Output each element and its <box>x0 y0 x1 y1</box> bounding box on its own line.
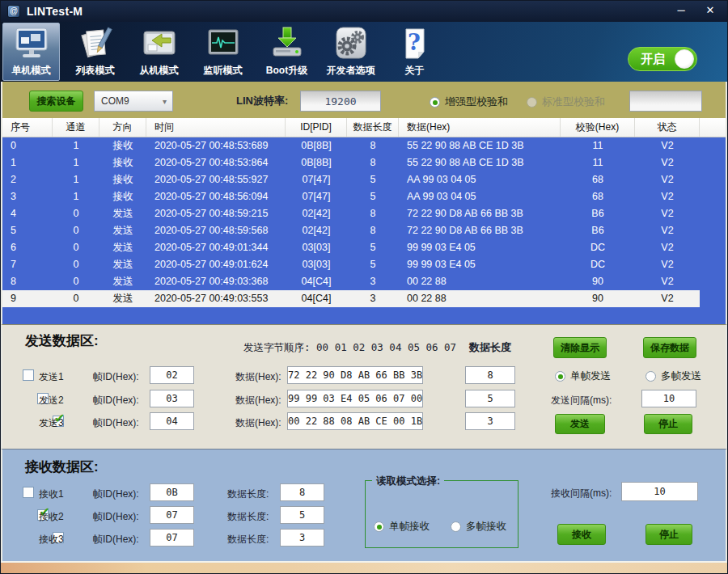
toolbar-item-listen-mode[interactable]: 监听模式 <box>194 23 252 81</box>
send1-length-input[interactable] <box>465 366 515 384</box>
toolbar-item-label: 从机模式 <box>140 64 179 78</box>
cell-id-pid: 03[03] <box>286 239 347 256</box>
enhanced-checksum-radio[interactable]: 增强型校验和 <box>430 95 508 109</box>
receive1-checkbox[interactable] <box>23 487 34 498</box>
receive-interval-input[interactable] <box>621 482 698 501</box>
app-icon: @ <box>7 5 20 18</box>
receive3-label: 接收3 <box>39 533 64 547</box>
toolbar-item-about[interactable]: ? 关于 <box>386 23 443 81</box>
cell-channel: 0 <box>53 239 99 256</box>
cell-checksum: 90 <box>561 273 635 290</box>
send3-data-input[interactable] <box>287 412 423 430</box>
cell-data-hex: AA 99 03 04 05 <box>399 188 561 205</box>
cell-time: 2020-05-27 00:49:01:624 <box>146 256 286 273</box>
table-row[interactable]: 7 0 发送 2020-05-27 00:49:01:624 03[03] 5 … <box>2 256 700 273</box>
cell-status: V2 <box>635 154 700 171</box>
gears-icon <box>333 27 369 61</box>
toolbar-item-label: Boot升级 <box>266 64 307 78</box>
toolbar-item-list-mode[interactable]: 列表模式 <box>66 23 124 81</box>
send2-data-input[interactable] <box>287 390 423 407</box>
cell-time: 2020-05-27 00:49:03:368 <box>146 273 286 290</box>
toolbar-item-label: 单机模式 <box>12 64 51 78</box>
cell-status: V2 <box>635 188 700 205</box>
send-stop-button[interactable]: 停止 <box>644 414 692 434</box>
data-hex-label: 数据(Hex): <box>235 416 281 430</box>
search-device-button[interactable]: 搜索设备 <box>29 91 83 112</box>
toolbar-item-boot-upgrade[interactable]: Boot升级 <box>258 23 315 81</box>
col-header-index: 序号 <box>2 118 53 137</box>
send-interval-input[interactable] <box>641 390 696 407</box>
send2-length-input[interactable] <box>465 390 515 407</box>
send-interval-label: 发送间隔(ms): <box>551 394 612 407</box>
multi-frame-send-radio[interactable]: 多帧发送 <box>645 369 701 383</box>
table-row[interactable]: 8 0 发送 2020-05-27 00:49:03:368 04[C4] 3 … <box>2 273 700 290</box>
send1-data-input[interactable] <box>287 366 423 384</box>
table-row[interactable]: 2 1 接收 2020-05-27 00:48:55:927 07[47] 5 … <box>2 171 700 188</box>
frame-id-label: 帧ID(Hex): <box>93 533 139 547</box>
toolbar-item-slave-mode[interactable]: 从机模式 <box>130 23 188 81</box>
send1-frame-id-input[interactable] <box>150 366 194 384</box>
cell-index: 7 <box>2 256 53 273</box>
aux-input[interactable] <box>629 91 702 112</box>
clear-display-button[interactable]: 清除显示 <box>553 337 607 358</box>
frame-id-label: 帧ID(Hex): <box>93 510 139 524</box>
send3-frame-id-input[interactable] <box>150 412 194 430</box>
frame-id-label: 帧ID(Hex): <box>93 370 139 384</box>
receive2-frame-id-input[interactable] <box>150 506 194 524</box>
com-port-select[interactable]: COM9 ▾ <box>94 91 173 112</box>
single-frame-receive-radio[interactable]: 单帧接收 <box>374 520 430 534</box>
cell-id-pid: 04[C4] <box>286 273 347 290</box>
single-frame-receive-label: 单帧接收 <box>389 520 430 534</box>
cell-status: V2 <box>635 222 700 239</box>
monitor-icon <box>14 27 49 61</box>
table-row[interactable]: 5 0 发送 2020-05-27 00:48:59:568 02[42] 8 … <box>2 222 700 239</box>
minimize-button[interactable]: ─ <box>669 3 693 19</box>
cell-direction: 发送 <box>99 205 146 222</box>
cell-time: 2020-05-27 00:48:55:927 <box>146 171 286 188</box>
read-mode-groupbox: 读取模式选择: 单帧接收 多帧接收 <box>365 480 518 548</box>
toggle-knob <box>675 49 694 69</box>
close-button[interactable]: ✕ <box>698 3 722 19</box>
frame-id-label: 帧ID(Hex): <box>93 394 139 407</box>
save-data-button[interactable]: 保存数据 <box>643 337 696 358</box>
cell-data-length: 8 <box>347 154 399 171</box>
table-row[interactable]: 0 1 接收 2020-05-27 00:48:53:689 0B[8B] 8 … <box>2 137 700 154</box>
toolbar-item-standalone-mode[interactable]: 单机模式 <box>2 23 60 81</box>
table-row[interactable]: 6 0 发送 2020-05-27 00:49:01:344 03[03] 5 … <box>2 239 700 256</box>
cell-index: 1 <box>2 154 53 171</box>
status-bar <box>1 561 727 574</box>
send-button[interactable]: 发送 <box>555 414 605 434</box>
send3-length-input[interactable] <box>465 412 515 430</box>
table-row[interactable]: 1 1 接收 2020-05-27 00:48:53:864 0B[8B] 8 … <box>2 154 700 171</box>
cell-checksum: 68 <box>561 171 635 188</box>
data-hex-label: 数据(Hex): <box>235 394 281 407</box>
cell-data-hex: 55 22 90 88 AB CE 1D 3B <box>399 137 561 154</box>
cell-index: 8 <box>2 273 53 290</box>
multi-frame-receive-radio[interactable]: 多帧接收 <box>451 520 506 534</box>
cell-status: V2 <box>635 290 700 307</box>
send1-checkbox[interactable] <box>23 369 34 381</box>
start-toggle[interactable]: 开启 <box>628 47 697 71</box>
receive-button[interactable]: 接收 <box>557 524 606 545</box>
single-frame-send-radio[interactable]: 单帧发送 <box>555 369 611 383</box>
receive2-length-input[interactable] <box>280 506 324 524</box>
table-row[interactable]: 3 1 接收 2020-05-27 00:48:56:094 07[47] 5 … <box>2 188 700 205</box>
standard-checksum-radio[interactable]: 标准型校验和 <box>527 95 605 109</box>
receive3-frame-id-input[interactable] <box>150 529 194 547</box>
table-row[interactable]: 4 0 发送 2020-05-27 00:48:59:215 02[42] 8 … <box>2 205 700 222</box>
receive1-frame-id-input[interactable] <box>150 483 194 501</box>
data-hex-label: 数据(Hex): <box>235 370 281 384</box>
chevron-down-icon: ▾ <box>163 97 167 106</box>
receive3-length-input[interactable] <box>280 529 324 547</box>
waveform-icon <box>205 27 241 61</box>
baud-rate-input[interactable] <box>300 91 381 112</box>
send2-frame-id-input[interactable] <box>150 390 194 407</box>
receive1-length-input[interactable] <box>280 483 324 501</box>
receive-stop-button[interactable]: 停止 <box>645 524 692 545</box>
toolbar-item-developer-options[interactable]: 开发者选项 <box>322 23 379 81</box>
toolbar-item-label: 列表模式 <box>76 64 115 78</box>
cell-time: 2020-05-27 00:48:56:094 <box>146 188 286 205</box>
table-row[interactable]: 9 0 发送 2020-05-27 00:49:03:553 04[C4] 3 … <box>2 290 700 307</box>
cell-data-hex: 72 22 90 D8 AB 66 BB 3B <box>399 205 561 222</box>
cell-data-hex: 00 22 88 <box>399 273 561 290</box>
